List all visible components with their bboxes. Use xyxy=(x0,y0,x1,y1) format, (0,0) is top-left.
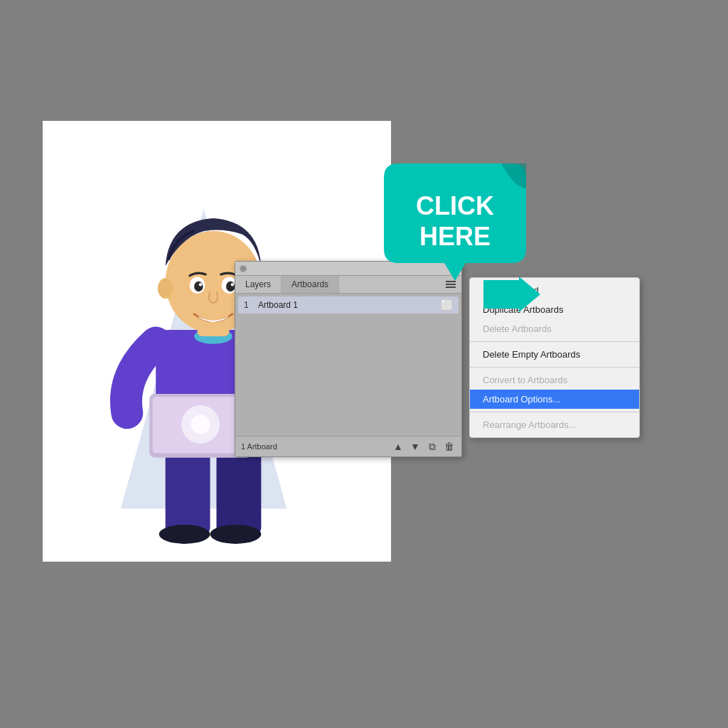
click-here-annotation: CLICK HERE xyxy=(384,164,526,294)
menu-separator-2 xyxy=(470,367,639,368)
move-up-button[interactable]: ▲ xyxy=(392,440,405,453)
menu-separator-3 xyxy=(470,412,639,412)
click-here-svg: CLICK HERE xyxy=(384,164,526,291)
close-button[interactable]: × xyxy=(240,265,247,272)
menu-item-rearrange: Rearrange Artboards... xyxy=(470,415,639,434)
artboard-row[interactable]: 1 Artboard 1 ⬜ xyxy=(238,296,459,314)
svg-point-3 xyxy=(159,525,210,544)
svg-point-16 xyxy=(226,282,235,291)
footer-actions: ▲ ▼ ⧉ 🗑 xyxy=(392,440,456,453)
duplicate-button[interactable]: ⧉ xyxy=(426,440,439,453)
tab-artboards[interactable]: Artboards xyxy=(282,276,339,293)
svg-point-19 xyxy=(158,278,173,299)
menu-item-delete-empty[interactable]: Delete Empty Artboards xyxy=(470,345,639,364)
svg-point-15 xyxy=(194,282,203,291)
row-name: Artboard 1 xyxy=(258,300,441,310)
click-here-arrow xyxy=(483,277,540,319)
tab-layers[interactable]: Layers xyxy=(235,276,282,293)
menu-separator-1 xyxy=(470,341,639,342)
menu-item-convert: Convert to Artboards xyxy=(470,370,639,390)
svg-point-17 xyxy=(199,283,202,286)
svg-point-18 xyxy=(231,283,234,286)
panel-content: 1 Artboard 1 ⬜ xyxy=(235,294,461,436)
svg-text:CLICK: CLICK xyxy=(416,191,494,220)
svg-point-4 xyxy=(210,525,262,544)
menu-item-artboard-options[interactable]: Artboard Options... xyxy=(470,390,639,409)
panel-footer: 1 Artboard ▲ ▼ ⧉ 🗑 xyxy=(235,436,461,456)
svg-marker-23 xyxy=(483,277,540,312)
move-down-button[interactable]: ▼ xyxy=(409,440,422,453)
artboard-count: 1 Artboard xyxy=(241,442,392,451)
delete-button[interactable]: 🗑 xyxy=(443,440,456,453)
row-icon: ⬜ xyxy=(441,299,453,311)
row-number: 1 xyxy=(244,300,258,310)
menu-item-delete-artboards: Delete Artboards xyxy=(470,319,639,338)
svg-point-10 xyxy=(191,415,210,434)
svg-text:HERE: HERE xyxy=(419,222,491,251)
